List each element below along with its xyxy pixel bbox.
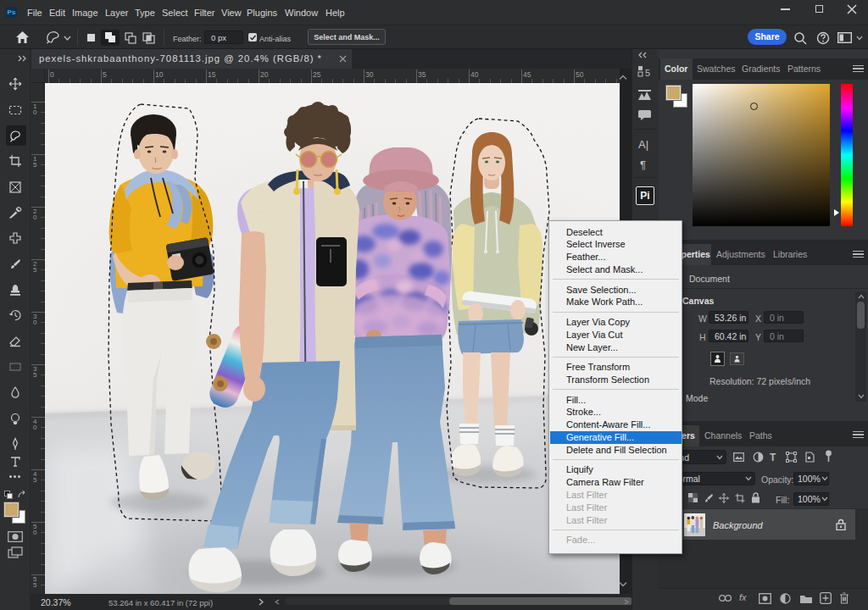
svg-text:5: 5	[645, 68, 650, 78]
